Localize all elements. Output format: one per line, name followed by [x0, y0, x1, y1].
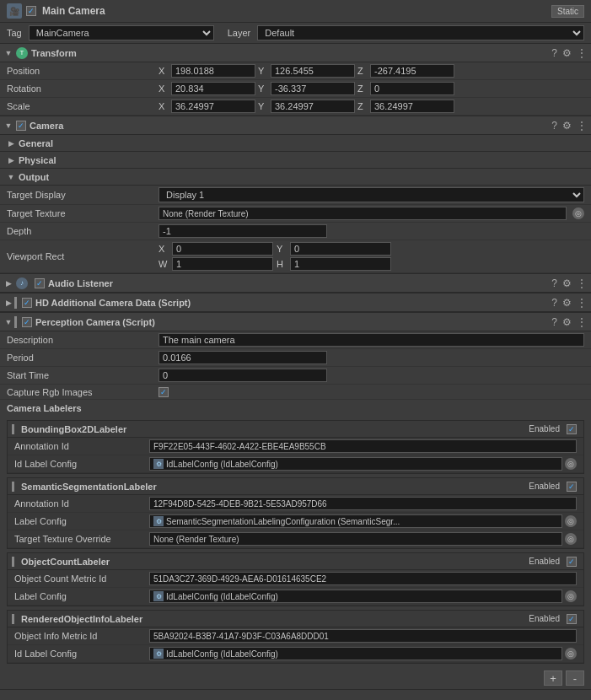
camera-menu-icon[interactable]: ⋮ — [577, 120, 587, 132]
hd-menu-icon[interactable]: ⋮ — [577, 297, 587, 309]
capture-rgb-checkbox[interactable] — [158, 387, 169, 397]
period-row: Period — [0, 349, 591, 367]
semantic-texture-override-value[interactable]: None (Render Texture) — [149, 532, 562, 546]
perception-menu-icon[interactable]: ⋮ — [577, 316, 587, 328]
target-display-select[interactable]: Display 1 — [158, 187, 584, 202]
remove-labeler-button[interactable]: - — [566, 670, 584, 686]
tag-select[interactable]: MainCamera — [29, 25, 214, 40]
object-count-picker-icon[interactable]: ◎ — [565, 590, 577, 602]
bounding-id-label-config-value[interactable]: ⚙ IdLabelConfig (IdLabelConfig) — [149, 457, 562, 471]
position-y-input[interactable] — [271, 64, 355, 78]
audio-help-icon[interactable]: ? — [551, 277, 557, 289]
camera-settings-icon[interactable]: ⚙ — [562, 120, 572, 132]
scale-y-input[interactable] — [271, 100, 355, 113]
output-arrow[interactable]: ▼ — [7, 173, 15, 181]
audio-active-checkbox[interactable] — [35, 278, 45, 288]
rendered-object-info-enabled-checkbox[interactable] — [567, 614, 577, 624]
rendered-object-info-metric-id-value[interactable]: 5BA92024-B3B7-41A7-9D3F-C03A6A8DDD01 — [149, 629, 577, 643]
semantic-picker-icon[interactable]: ◎ — [565, 515, 577, 527]
perception-collapse-arrow[interactable]: ▼ — [4, 318, 13, 326]
position-z-input[interactable] — [370, 64, 454, 78]
camera-panel: ▼ Camera ? ⚙ ⋮ ▶ General ▶ Physical ▼ Ou… — [0, 116, 591, 274]
hd-collapse-arrow[interactable]: ▶ — [4, 299, 13, 307]
add-labeler-button[interactable]: + — [544, 670, 562, 686]
semantic-texture-override-text: None (Render Texture) — [153, 535, 239, 544]
target-display-label: Target Display — [7, 190, 158, 200]
rotation-x-input[interactable] — [171, 82, 255, 95]
semantic-texture-override-label: Target Texture Override — [14, 534, 149, 544]
perception-active-checkbox[interactable] — [22, 317, 32, 327]
perception-help-icon[interactable]: ? — [551, 316, 557, 328]
object-count-label-config-value[interactable]: ⚙ IdLabelConfig (IdLabelConfig) — [149, 590, 562, 603]
rotation-x-label: X — [158, 83, 169, 94]
camera-active-checkbox[interactable] — [16, 121, 26, 131]
layer-label: Layer — [228, 28, 251, 38]
physical-arrow[interactable]: ▶ — [7, 156, 15, 164]
transform-settings-icon[interactable]: ⚙ — [562, 47, 572, 59]
rotation-z-input[interactable] — [370, 82, 454, 95]
camera-labelers-section: Camera Labelers — [0, 400, 591, 417]
rendered-object-info-picker-icon[interactable]: ◎ — [565, 648, 577, 660]
viewport-w-input[interactable] — [172, 257, 273, 271]
rendered-object-info-id-label-config-value[interactable]: ⚙ IdLabelConfig (IdLabelConfig) — [149, 647, 562, 660]
transform-collapse-arrow[interactable]: ▼ — [4, 49, 13, 57]
static-badge[interactable]: Static — [551, 5, 584, 18]
object-count-enabled-label: Enabled — [529, 557, 560, 566]
bounding-annotation-id-value[interactable]: F9F22E05-443F-4602-A422-EBE4EA9B55CB — [149, 439, 577, 453]
position-x-input[interactable] — [171, 64, 255, 78]
bounding-picker-icon[interactable]: ◎ — [565, 458, 577, 470]
object-active-checkbox[interactable] — [26, 6, 36, 16]
scale-x-input[interactable] — [171, 100, 255, 113]
semantic-texture-picker-icon[interactable]: ◎ — [565, 533, 577, 545]
object-count-metric-id-text: 51DA3C27-369D-4929-AEA6-D01614635CE2 — [153, 574, 326, 584]
hd-active-checkbox[interactable] — [22, 298, 32, 308]
scale-z-label: Z — [357, 101, 368, 111]
target-texture-picker-icon[interactable]: ◎ — [572, 207, 584, 219]
viewport-y-input[interactable] — [290, 242, 391, 256]
depth-input[interactable] — [158, 224, 327, 238]
viewport-x-input[interactable] — [172, 242, 273, 256]
hd-help-icon[interactable]: ? — [551, 297, 557, 309]
semantic-label-config-value[interactable]: ⚙ SemanticSegmentationLabelingConfigurat… — [149, 514, 562, 528]
object-count-label-config-text: IdLabelConfig (IdLabelConfig) — [166, 592, 278, 601]
bounding-enabled-checkbox[interactable] — [567, 424, 577, 434]
transform-help-icon[interactable]: ? — [551, 47, 557, 59]
viewport-h-input[interactable] — [290, 257, 391, 271]
object-count-labeler-panel: ObjectCountLabeler Enabled Object Count … — [7, 552, 584, 606]
audio-settings-icon[interactable]: ⚙ — [562, 277, 572, 289]
object-count-metric-id-value[interactable]: 51DA3C27-369D-4929-AEA6-D01614635CE2 — [149, 572, 577, 585]
transform-menu-icon[interactable]: ⋮ — [577, 47, 587, 59]
viewport-x-label: X — [158, 244, 169, 254]
hd-settings-icon[interactable]: ⚙ — [562, 297, 572, 309]
perception-header-icons: ? ⚙ ⋮ — [551, 316, 587, 328]
start-time-input[interactable] — [158, 369, 327, 382]
period-input[interactable] — [158, 351, 327, 364]
layer-select[interactable]: Default — [257, 25, 584, 40]
object-count-enabled-checkbox[interactable] — [567, 557, 577, 567]
position-y-label: Y — [258, 66, 268, 76]
semantic-segmentation-labeler-panel: SemanticSegmentationLabeler Enabled Anno… — [7, 477, 584, 549]
camera-collapse-arrow[interactable]: ▼ — [4, 121, 13, 130]
rendered-object-info-enabled-label: Enabled — [529, 614, 560, 623]
hd-camera-panel: ▶ HD Additional Camera Data (Script) ? ⚙… — [0, 293, 591, 313]
description-input[interactable] — [158, 333, 584, 347]
period-label: Period — [7, 353, 158, 363]
target-texture-value[interactable]: None (Render Texture) — [158, 207, 567, 220]
general-arrow[interactable]: ▶ — [7, 139, 15, 148]
scale-z-input[interactable] — [370, 100, 454, 113]
camera-physical-section[interactable]: ▶ Physical — [0, 152, 591, 169]
semantic-annotation-id-value[interactable]: 12F94D8D-5425-4DEB-9B21-5E53AD957D66 — [149, 497, 577, 510]
camera-general-section[interactable]: ▶ General — [0, 135, 591, 152]
audio-collapse-arrow[interactable]: ▶ — [4, 279, 13, 288]
rotation-y-input[interactable] — [271, 82, 355, 95]
bottom-buttons: + - — [0, 667, 591, 689]
perception-settings-icon[interactable]: ⚙ — [562, 316, 572, 328]
camera-output-section[interactable]: ▼ Output — [0, 169, 591, 186]
semantic-enabled-checkbox[interactable] — [567, 482, 577, 492]
position-xyz: X Y Z — [158, 64, 584, 78]
scale-label: Scale — [7, 101, 158, 111]
audio-menu-icon[interactable]: ⋮ — [577, 277, 587, 289]
camera-header-icons: ? ⚙ ⋮ — [551, 120, 587, 132]
camera-help-icon[interactable]: ? — [551, 120, 557, 132]
target-texture-text: None (Render Texture) — [163, 209, 249, 218]
